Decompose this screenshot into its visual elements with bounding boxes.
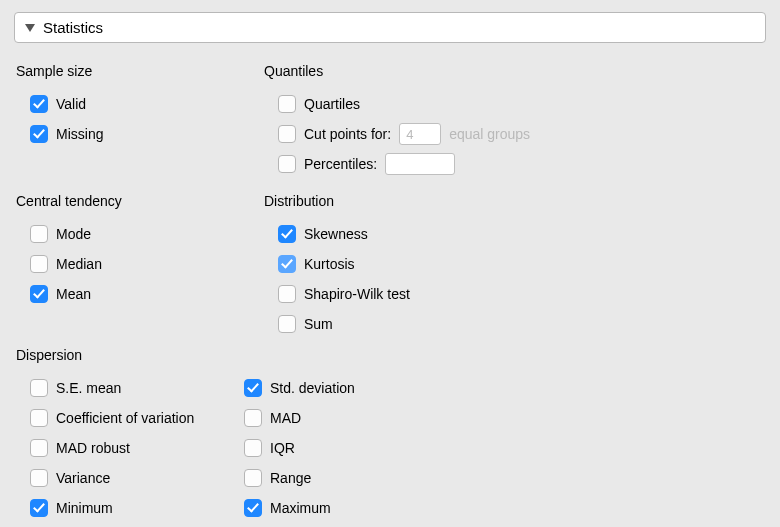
- std-dev-checkbox[interactable]: [244, 379, 262, 397]
- quartiles-checkbox[interactable]: [278, 95, 296, 113]
- distribution-title: Distribution: [264, 193, 410, 209]
- se-mean-checkbox[interactable]: [30, 379, 48, 397]
- percentiles-input[interactable]: [385, 153, 455, 175]
- range-label: Range: [270, 470, 311, 486]
- percentiles-checkbox[interactable]: [278, 155, 296, 173]
- valid-label: Valid: [56, 96, 86, 112]
- cut-points-input[interactable]: [399, 123, 441, 145]
- maximum-label: Maximum: [270, 500, 331, 516]
- std-dev-label: Std. deviation: [270, 380, 355, 396]
- statistics-header[interactable]: Statistics: [14, 12, 766, 43]
- mode-checkbox[interactable]: [30, 225, 48, 243]
- valid-checkbox[interactable]: [30, 95, 48, 113]
- mad-checkbox[interactable]: [244, 409, 262, 427]
- dispersion-title: Dispersion: [16, 347, 766, 363]
- cut-points-checkbox[interactable]: [278, 125, 296, 143]
- skewness-label: Skewness: [304, 226, 368, 242]
- minimum-label: Minimum: [56, 500, 113, 516]
- percentiles-label: Percentiles:: [304, 156, 377, 172]
- central-tendency-title: Central tendency: [16, 193, 262, 209]
- mean-checkbox[interactable]: [30, 285, 48, 303]
- header-title: Statistics: [43, 19, 103, 36]
- kurtosis-checkbox[interactable]: [278, 255, 296, 273]
- mean-label: Mean: [56, 286, 91, 302]
- missing-checkbox[interactable]: [30, 125, 48, 143]
- quartiles-label: Quartiles: [304, 96, 360, 112]
- cov-label: Coefficient of variation: [56, 410, 194, 426]
- iqr-label: IQR: [270, 440, 295, 456]
- se-mean-label: S.E. mean: [56, 380, 121, 396]
- disclosure-triangle-icon: [25, 24, 35, 32]
- minimum-checkbox[interactable]: [30, 499, 48, 517]
- mode-label: Mode: [56, 226, 91, 242]
- mad-robust-label: MAD robust: [56, 440, 130, 456]
- iqr-checkbox[interactable]: [244, 439, 262, 457]
- cov-checkbox[interactable]: [30, 409, 48, 427]
- variance-checkbox[interactable]: [30, 469, 48, 487]
- sum-checkbox[interactable]: [278, 315, 296, 333]
- shapiro-checkbox[interactable]: [278, 285, 296, 303]
- range-checkbox[interactable]: [244, 469, 262, 487]
- median-checkbox[interactable]: [30, 255, 48, 273]
- mad-label: MAD: [270, 410, 301, 426]
- shapiro-label: Shapiro-Wilk test: [304, 286, 410, 302]
- median-label: Median: [56, 256, 102, 272]
- mad-robust-checkbox[interactable]: [30, 439, 48, 457]
- skewness-checkbox[interactable]: [278, 225, 296, 243]
- missing-label: Missing: [56, 126, 103, 142]
- sum-label: Sum: [304, 316, 333, 332]
- kurtosis-label: Kurtosis: [304, 256, 355, 272]
- cut-points-label: Cut points for:: [304, 126, 391, 142]
- maximum-checkbox[interactable]: [244, 499, 262, 517]
- cut-points-suffix: equal groups: [449, 126, 530, 142]
- quantiles-title: Quantiles: [264, 63, 530, 79]
- variance-label: Variance: [56, 470, 110, 486]
- sample-size-title: Sample size: [16, 63, 262, 79]
